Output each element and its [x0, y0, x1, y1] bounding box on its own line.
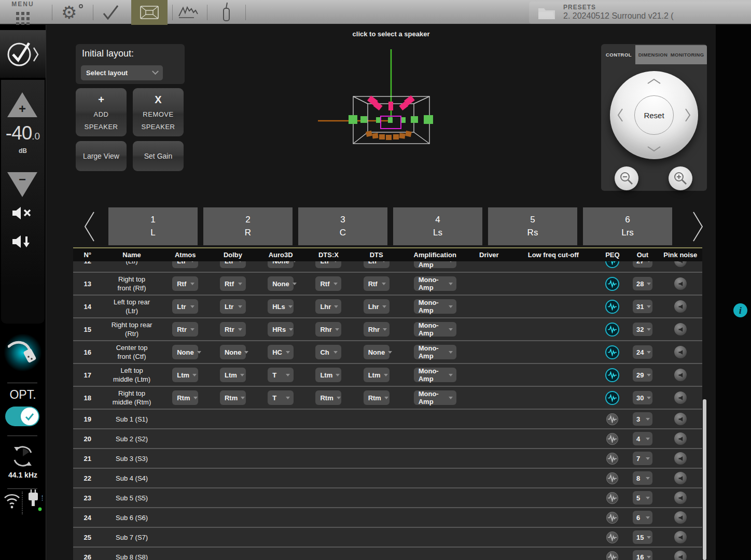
out-select[interactable]: 16 [633, 550, 652, 560]
tab-control[interactable]: CONTROL [602, 47, 635, 62]
atmos-select[interactable]: Ltm [172, 368, 198, 382]
amplification-select[interactable]: Mono-Amp [414, 390, 456, 405]
speaker-setup-tab-active[interactable] [131, 0, 168, 25]
optical-input-toggle[interactable] [5, 407, 39, 426]
atmos-select[interactable]: Rtm [172, 390, 198, 405]
room-3d-viewport[interactable] [312, 44, 478, 153]
dtsx-select[interactable]: Rtf [315, 276, 341, 291]
dtsx-select[interactable]: Rhr [315, 322, 341, 337]
dim-button[interactable] [11, 233, 32, 251]
dolby-select[interactable]: Ltr [220, 299, 246, 314]
out-select[interactable]: 4 [633, 432, 652, 445]
calibration-check-icon[interactable] [102, 5, 120, 20]
pink-noise-button[interactable] [674, 369, 687, 381]
peq-button[interactable] [605, 277, 619, 291]
peq-button[interactable] [605, 345, 619, 359]
peq-button[interactable] [606, 492, 618, 504]
auro3d-select[interactable]: T [268, 368, 294, 382]
atmos-select[interactable]: Rtf [172, 276, 198, 291]
calibration-mic-icon[interactable] [4, 334, 41, 371]
out-select[interactable]: 24 [633, 345, 652, 359]
channel-button[interactable]: 6Lrs [583, 207, 672, 245]
channel-button[interactable]: 2R [203, 207, 293, 245]
dtsx-select[interactable]: Rtm [315, 390, 341, 405]
pink-noise-button[interactable] [674, 452, 687, 465]
dolby-select[interactable]: Rtr [220, 322, 246, 337]
set-gain-button[interactable]: Set Gain [133, 141, 184, 171]
channel-button[interactable]: 3C [298, 207, 387, 245]
info-button[interactable]: i [733, 303, 747, 317]
wifi-icon[interactable] [3, 493, 21, 509]
peq-button[interactable] [606, 433, 618, 445]
out-select[interactable]: 27 [633, 261, 652, 268]
dtsx-select[interactable]: Ch [315, 345, 341, 359]
logo-area[interactable] [0, 30, 46, 78]
pink-noise-button[interactable] [674, 391, 687, 404]
dial-left-chevron[interactable] [617, 108, 623, 122]
dts-select[interactable]: Rtf [364, 276, 390, 291]
peq-button[interactable] [606, 472, 618, 484]
tab-monitoring[interactable]: MONITORING [671, 52, 704, 58]
out-select[interactable]: 29 [633, 368, 652, 382]
atmos-select[interactable]: Ltf [172, 261, 198, 268]
dtsx-select[interactable]: Ltm [315, 368, 341, 382]
pink-noise-button[interactable] [674, 261, 687, 267]
pink-noise-button[interactable] [674, 511, 687, 524]
amplification-select[interactable]: Mono-Amp [414, 299, 456, 314]
atmos-select[interactable]: Rtr [172, 322, 198, 337]
pink-noise-button[interactable] [674, 531, 687, 543]
dtsx-select[interactable]: Lhr [315, 299, 341, 314]
atmos-select[interactable]: None [172, 345, 198, 359]
dolby-select[interactable]: Ltm [220, 368, 246, 382]
dts-select[interactable]: Rhr [364, 322, 390, 337]
out-select[interactable]: 5 [633, 491, 652, 505]
dolby-select[interactable]: Rtf [220, 276, 246, 291]
remove-speaker-button[interactable]: X REMOVE SPEAKER [133, 88, 184, 136]
mute-button[interactable] [11, 205, 32, 221]
out-select[interactable]: 28 [633, 277, 652, 290]
peq-button[interactable] [605, 300, 619, 314]
add-speaker-button[interactable]: + ADD SPEAKER [76, 88, 127, 136]
zoom-in-button[interactable] [669, 166, 692, 190]
dial-down-chevron[interactable] [647, 146, 661, 152]
reset-button[interactable]: Reset [634, 95, 674, 135]
pink-noise-button[interactable] [674, 323, 687, 335]
auro3d-select[interactable]: HRs [268, 322, 294, 337]
dts-select[interactable]: Ltf [364, 261, 390, 268]
out-select[interactable]: 6 [633, 511, 652, 524]
pink-noise-button[interactable] [674, 300, 687, 313]
channels-next-button[interactable] [691, 211, 705, 243]
view-rotation-dial[interactable]: Reset [610, 71, 698, 159]
peq-button[interactable] [606, 413, 618, 425]
out-select[interactable]: 30 [633, 391, 652, 404]
dial-up-chevron[interactable] [647, 78, 661, 85]
dts-select[interactable]: Ltm [364, 368, 390, 382]
amplification-select[interactable]: Mono-Amp [414, 276, 456, 291]
channel-button[interactable]: 1L [108, 207, 198, 245]
out-select[interactable]: 7 [633, 452, 652, 465]
peq-button[interactable] [606, 531, 618, 543]
amplification-select[interactable]: Mono-Amp [414, 368, 456, 382]
tab-dimension[interactable]: DIMENSION [638, 52, 668, 58]
auro3d-select[interactable]: HLs [268, 299, 294, 314]
pink-noise-button[interactable] [674, 277, 687, 290]
pink-noise-button[interactable] [674, 413, 687, 425]
out-select[interactable]: 32 [633, 323, 652, 336]
layout-select[interactable]: Select layout [81, 65, 163, 80]
peq-button[interactable] [606, 512, 618, 524]
settings-gear-icon[interactable]: ⚙ [61, 1, 77, 24]
dolby-select[interactable]: None [220, 345, 246, 359]
clock-sync-icon[interactable] [10, 444, 35, 469]
power-plug-icon[interactable]: ON [26, 489, 43, 513]
dts-select[interactable]: None [364, 345, 390, 359]
peq-button[interactable] [606, 453, 618, 465]
pink-noise-button[interactable] [674, 492, 687, 504]
amplification-select[interactable]: Mono-Amp [414, 322, 456, 337]
waveform-icon[interactable] [178, 6, 198, 19]
out-select[interactable]: 15 [633, 530, 652, 544]
pink-noise-button[interactable] [674, 472, 687, 484]
out-select[interactable]: 31 [633, 300, 652, 313]
zoom-out-button[interactable] [615, 166, 638, 190]
presets-selector[interactable]: PRESETS 2. 20240512 Surround v21.2 ( [529, 2, 751, 24]
pink-noise-button[interactable] [674, 551, 687, 560]
